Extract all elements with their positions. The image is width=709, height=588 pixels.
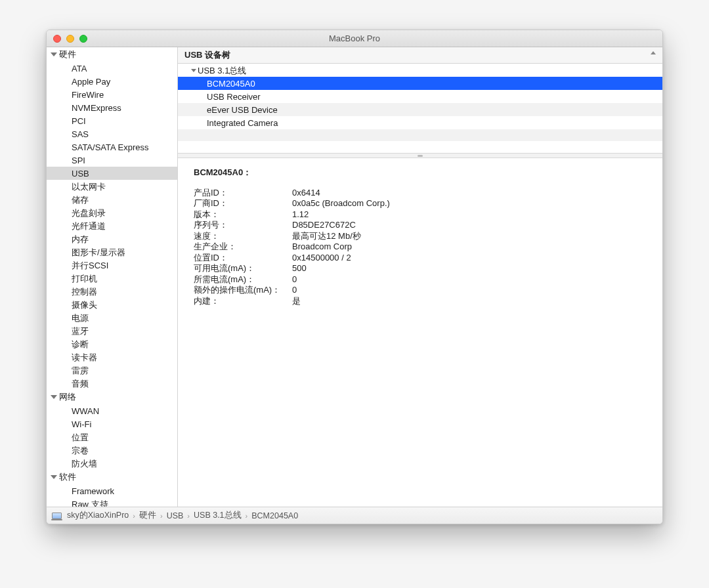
window-body: 硬件ATAApple PayFireWireNVMExpressPCISASSA… — [47, 47, 662, 507]
sidebar-item[interactable]: Apple Pay — [47, 75, 177, 88]
sidebar-item[interactable]: 内存 — [47, 232, 177, 245]
breadcrumb[interactable]: USB 3.1总线 — [194, 510, 242, 521]
detail-title: BCM2045A0： — [194, 167, 649, 178]
detail-row: 所需电流(mA)：0 — [194, 274, 649, 285]
device-tree[interactable]: USB 3.1总线BCM2045A0USB ReceivereEver USB … — [178, 64, 662, 153]
sidebar-item[interactable]: USB — [47, 167, 177, 180]
sidebar-item[interactable]: 控制器 — [47, 285, 177, 298]
detail-key: 额外的操作电流(mA)： — [194, 285, 292, 296]
detail-row: 可用电流(mA)：500 — [194, 263, 649, 274]
tree-device-row[interactable]: eEver USB Device — [178, 103, 662, 116]
sidebar-item[interactable]: 蓝牙 — [47, 324, 177, 337]
traffic-lights — [47, 35, 87, 43]
detail-key: 速度： — [194, 231, 292, 242]
disclosure-triangle-icon — [51, 475, 57, 479]
detail-value: 最高可达12 Mb/秒 — [292, 231, 649, 242]
sort-indicator-icon — [651, 51, 656, 54]
sidebar-item[interactable]: 宗卷 — [47, 444, 177, 457]
detail-key: 位置ID： — [194, 253, 292, 264]
sidebar-item[interactable]: 音频 — [47, 377, 177, 390]
detail-key: 版本： — [194, 209, 292, 220]
detail-value: D85DE27C672C — [292, 220, 649, 231]
sidebar-item[interactable]: PCI — [47, 114, 177, 127]
detail-key: 序列号： — [194, 220, 292, 231]
sidebar-item[interactable]: WWAN — [47, 404, 177, 417]
sidebar-item[interactable]: 雷雳 — [47, 364, 177, 377]
detail-value: 0x0a5c (Broadcom Corp.) — [292, 198, 649, 209]
tree-header[interactable]: USB 设备树 — [178, 47, 662, 64]
detail-key: 生产企业： — [194, 242, 292, 253]
sidebar[interactable]: 硬件ATAApple PayFireWireNVMExpressPCISASSA… — [47, 47, 178, 507]
tree-device-row[interactable]: USB Receiver — [178, 90, 662, 103]
detail-panel: BCM2045A0： 产品ID：0x6414厂商ID：0x0a5c (Broad… — [178, 158, 662, 507]
detail-key: 厂商ID： — [194, 198, 292, 209]
sidebar-group-header[interactable]: 网络 — [47, 390, 177, 404]
zoom-icon[interactable] — [79, 35, 87, 43]
sidebar-item[interactable]: SPI — [47, 154, 177, 167]
sidebar-item[interactable]: SAS — [47, 127, 177, 140]
detail-value: 0 — [292, 274, 649, 285]
detail-key: 内建： — [194, 296, 292, 307]
detail-value: 0x14500000 / 2 — [292, 253, 649, 264]
detail-row: 速度：最高可达12 Mb/秒 — [194, 231, 649, 242]
detail-row: 厂商ID：0x0a5c (Broadcom Corp.) — [194, 198, 649, 209]
pathbar: sky的XiaoXinPro›硬件›USB›USB 3.1总线›BCM2045A… — [47, 507, 662, 524]
detail-value: Broadcom Corp — [292, 242, 649, 253]
sidebar-group-label: 软件 — [59, 471, 76, 483]
detail-row: 内建：是 — [194, 296, 649, 307]
window-title: MacBook Pro — [47, 33, 662, 43]
sidebar-item[interactable]: 图形卡/显示器 — [47, 245, 177, 259]
chevron-right-icon: › — [246, 512, 248, 520]
sidebar-item[interactable]: 位置 — [47, 430, 177, 444]
sidebar-item[interactable]: 电源 — [47, 311, 177, 324]
tree-device-row[interactable]: Integrated Camera — [178, 116, 662, 129]
detail-row: 额外的操作电流(mA)：0 — [194, 285, 649, 296]
sidebar-item[interactable]: 读卡器 — [47, 350, 177, 364]
tree-device-row[interactable]: BCM2045A0 — [178, 77, 662, 90]
disclosure-triangle-icon — [51, 395, 57, 399]
system-info-window: MacBook Pro 硬件ATAApple PayFireWireNVMExp… — [46, 30, 663, 524]
sidebar-item[interactable]: SATA/SATA Express — [47, 140, 177, 154]
sidebar-item[interactable]: ATA — [47, 62, 177, 75]
disclosure-triangle-icon — [191, 69, 196, 72]
chevron-right-icon: › — [187, 512, 190, 520]
detail-value: 是 — [292, 296, 649, 307]
sidebar-item[interactable]: 防火墙 — [47, 457, 177, 470]
sidebar-item[interactable]: 摄像头 — [47, 298, 177, 311]
tree-bus-row[interactable]: USB 3.1总线 — [178, 64, 662, 77]
breadcrumb[interactable]: BCM2045A0 — [251, 511, 298, 520]
sidebar-item[interactable]: NVMExpress — [47, 101, 177, 114]
sidebar-item[interactable]: 打印机 — [47, 272, 177, 285]
sidebar-group-header[interactable]: 软件 — [47, 470, 177, 484]
breadcrumb[interactable]: sky的XiaoXinPro — [67, 510, 129, 521]
sidebar-item[interactable]: 诊断 — [47, 337, 177, 350]
detail-row: 位置ID：0x14500000 / 2 — [194, 253, 649, 264]
close-icon[interactable] — [53, 35, 61, 43]
sidebar-item[interactable]: Framework — [47, 484, 177, 497]
detail-value: 0x6414 — [292, 188, 649, 199]
sidebar-item[interactable]: 光纤通道 — [47, 219, 177, 232]
tree-empty-row — [178, 141, 662, 153]
sidebar-item[interactable]: Wi-Fi — [47, 417, 177, 430]
detail-value: 0 — [292, 285, 649, 296]
sidebar-item[interactable]: Raw 支持 — [47, 497, 177, 507]
breadcrumb[interactable]: USB — [167, 511, 184, 520]
detail-row: 版本：1.12 — [194, 209, 649, 220]
sidebar-item[interactable]: 储存 — [47, 193, 177, 206]
sidebar-item[interactable]: FireWire — [47, 88, 177, 101]
tree-header-label: USB 设备树 — [184, 50, 230, 60]
splitter-handle[interactable] — [178, 153, 662, 158]
sidebar-group-label: 网络 — [59, 391, 76, 403]
detail-key: 产品ID： — [194, 188, 292, 199]
detail-row: 产品ID：0x6414 — [194, 188, 649, 199]
detail-key: 所需电流(mA)： — [194, 274, 292, 285]
detail-key: 可用电流(mA)： — [194, 263, 292, 274]
minimize-icon[interactable] — [66, 35, 74, 43]
breadcrumb[interactable]: 硬件 — [139, 510, 156, 521]
sidebar-item[interactable]: 并行SCSI — [47, 259, 177, 272]
chevron-right-icon: › — [160, 512, 163, 520]
sidebar-group-label: 硬件 — [59, 49, 76, 60]
sidebar-item[interactable]: 以太网卡 — [47, 180, 177, 193]
sidebar-group-header[interactable]: 硬件 — [47, 47, 177, 62]
sidebar-item[interactable]: 光盘刻录 — [47, 206, 177, 219]
